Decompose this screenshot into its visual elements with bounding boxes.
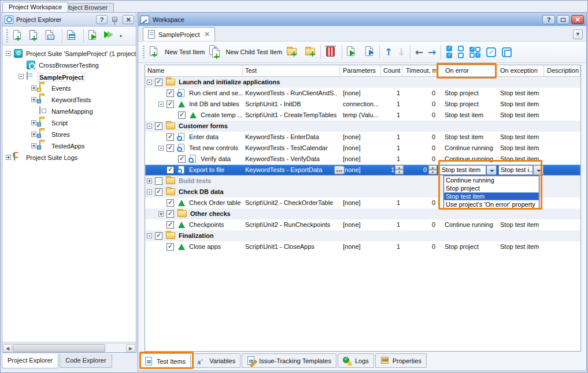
- run-selected-button[interactable]: [345, 44, 360, 59]
- invert-checks-icon[interactable]: [469, 47, 480, 58]
- tab-issue-tracking-templates[interactable]: Issue-Tracking Templates: [242, 353, 336, 368]
- row-checkbox[interactable]: [155, 122, 162, 130]
- open-project-button[interactable]: [43, 28, 58, 43]
- organize-items-button[interactable]: [65, 28, 80, 43]
- move-left-icon[interactable]: ←: [413, 44, 426, 59]
- pin-icon[interactable]: [112, 17, 117, 22]
- dropdown-option-stop-project[interactable]: Stop project: [444, 184, 539, 192]
- workspace-help-button[interactable]: ?: [542, 15, 555, 24]
- new-child-test-item-button[interactable]: New Child Test Item: [209, 44, 283, 59]
- row-checkbox[interactable]: [178, 155, 186, 163]
- group-row-finalization[interactable]: -Finalization: [145, 230, 580, 241]
- row-checkbox[interactable]: [167, 199, 174, 207]
- tab-test-items[interactable]: Test Items: [139, 353, 191, 369]
- column-header-timeout[interactable]: Timeout, min: [402, 65, 439, 76]
- tab-project-workspace[interactable]: Project Workspace: [2, 2, 68, 12]
- move-right-icon[interactable]: →: [426, 44, 438, 59]
- column-header-count[interactable]: Count: [381, 65, 402, 76]
- tree-item-keywordtests[interactable]: +KeywordTests: [2, 94, 136, 106]
- expand-icon[interactable]: +: [31, 97, 36, 102]
- row-checkbox[interactable]: [155, 177, 162, 185]
- run-project-button[interactable]: [86, 28, 101, 43]
- expand-icon[interactable]: +: [31, 120, 36, 125]
- column-header-description[interactable]: Description: [544, 65, 580, 76]
- convert-to-test-button[interactable]: [361, 44, 376, 59]
- count-editor-value[interactable]: 1: [381, 165, 394, 176]
- new-project-suite-button[interactable]: [11, 28, 26, 43]
- column-header-on_exception[interactable]: On exception: [498, 65, 544, 76]
- dropdown-option-stop-test-item[interactable]: Stop test item: [444, 192, 539, 200]
- row-checkbox[interactable]: [167, 133, 174, 141]
- row-checkbox[interactable]: [167, 100, 174, 108]
- close-tab-icon[interactable]: ✕: [205, 31, 210, 38]
- test-item-row-run-client-and-se-[interactable]: Run client and se...KeywordTests - RunCl…: [145, 88, 580, 99]
- expand-icon[interactable]: +: [147, 178, 152, 184]
- tree-item-testedapps[interactable]: +TestedApps: [2, 140, 136, 152]
- test-item-row-enter-data[interactable]: Enter dataKeywordTests - EnterData[none]…: [145, 132, 580, 143]
- column-header-parameters[interactable]: Parameters: [340, 65, 381, 76]
- tree-horizontal-scrollbar[interactable]: ◀ ▶: [2, 343, 136, 352]
- tree-item-events[interactable]: +Events: [2, 83, 136, 94]
- tree-item-project-suite-sampleproject-1-[interactable]: -Project Suite 'SampleProject' (1 projec…: [2, 48, 136, 59]
- delete-button[interactable]: [323, 44, 338, 59]
- row-checkbox[interactable]: [178, 111, 186, 119]
- column-header-name[interactable]: Name: [145, 65, 243, 76]
- dropdown-option-continue-running[interactable]: Continue running: [444, 176, 539, 184]
- row-checkbox[interactable]: [167, 243, 174, 251]
- on-error-dropdown-list[interactable]: Continue runningStop projectStop test it…: [443, 176, 539, 209]
- collapse-icon[interactable]: -: [158, 102, 164, 107]
- new-group-button[interactable]: [286, 44, 301, 59]
- row-checkbox[interactable]: [155, 79, 162, 86]
- uncheck-all-icon[interactable]: [458, 46, 464, 58]
- new-project-button[interactable]: [27, 28, 42, 43]
- row-checkbox[interactable]: [167, 210, 174, 218]
- timeout-spinner[interactable]: ▲▼: [428, 165, 437, 175]
- new-test-item-button[interactable]: New Test Item: [147, 44, 205, 59]
- expand-icon[interactable]: +: [31, 85, 36, 91]
- row-checkbox[interactable]: [167, 166, 174, 174]
- test-item-row-close-apps[interactable]: Close appsScript\Unit1 - CloseApps[none]…: [145, 241, 580, 252]
- test-item-row-test-new-controls[interactable]: -Test new controlsKeywordTests - TestCal…: [145, 143, 580, 154]
- tab-properties[interactable]: Properties: [375, 353, 427, 368]
- collapse-icon[interactable]: -: [158, 146, 164, 151]
- tree-item-namemapping[interactable]: NameMapping: [2, 106, 136, 117]
- column-header-test[interactable]: Test: [243, 65, 340, 76]
- test-item-row-verify-data[interactable]: Verify dataKeywordTests - VerifyData[non…: [145, 154, 580, 165]
- group-row-other-checks[interactable]: +Other checks: [145, 208, 580, 219]
- check-selected-icon[interactable]: [486, 47, 496, 57]
- row-checkbox[interactable]: [155, 188, 162, 196]
- dropdown-option-use-project-s-on-error-pr[interactable]: Use project's 'On error' property: [444, 200, 539, 208]
- group-row-customer-forms[interactable]: -Customer forms: [145, 121, 580, 132]
- collapse-icon[interactable]: -: [147, 124, 152, 129]
- run-project-suite-button[interactable]: [102, 28, 117, 43]
- tab-variables[interactable]: x+Variables: [192, 353, 241, 368]
- tab-logs[interactable]: Logs: [338, 353, 374, 368]
- tab-sampleproject[interactable]: SampleProject ✕: [143, 27, 215, 41]
- tab-list-dropdown-icon[interactable]: ▼: [573, 29, 583, 39]
- test-item-row-create-temp-[interactable]: Create temp ...Script\Unit1 - CreateTemp…: [145, 110, 580, 121]
- on-exception-combo-chevron-icon[interactable]: [533, 165, 543, 175]
- on-error-combo[interactable]: Stop test item: [439, 165, 486, 175]
- row-checkbox[interactable]: [155, 232, 162, 240]
- row-checkbox[interactable]: [167, 221, 174, 229]
- tab-code-explorer[interactable]: Code Explorer: [60, 354, 112, 368]
- help-button[interactable]: ?: [96, 15, 108, 24]
- close-panel-button[interactable]: ✕: [123, 15, 134, 24]
- workspace-close-button[interactable]: ✕: [571, 15, 584, 24]
- tree-item-crossbrowsertesting[interactable]: CrossBrowserTesting: [2, 59, 136, 71]
- on-exception-combo[interactable]: Stop test i...: [498, 165, 533, 175]
- collapse-icon[interactable]: -: [147, 80, 152, 85]
- test-item-row-init-db-and-tables[interactable]: -Init DB and tablesScript\Unit1 - InitDB…: [145, 99, 580, 110]
- tree-item-stores[interactable]: +Stores: [2, 129, 136, 140]
- collapse-icon[interactable]: -: [19, 74, 24, 79]
- scroll-left-icon[interactable]: ◀: [3, 344, 12, 352]
- test-item-row-checkpoints[interactable]: CheckpointsScript\Unit2 - RunCheckpoints…: [145, 219, 580, 230]
- uncheck-selected-icon[interactable]: [502, 47, 512, 57]
- workspace-restore-button[interactable]: [557, 15, 569, 24]
- collapse-icon[interactable]: -: [147, 233, 152, 238]
- group-row-launch-and-initialize-applicat[interactable]: -Launch and initialize applications: [145, 77, 580, 88]
- scrollbar-thumb[interactable]: [13, 344, 105, 352]
- expand-icon[interactable]: +: [31, 132, 36, 137]
- tree-item-script[interactable]: +Script: [2, 117, 136, 129]
- tree-item-sampleproject[interactable]: -SampleProject: [2, 71, 136, 83]
